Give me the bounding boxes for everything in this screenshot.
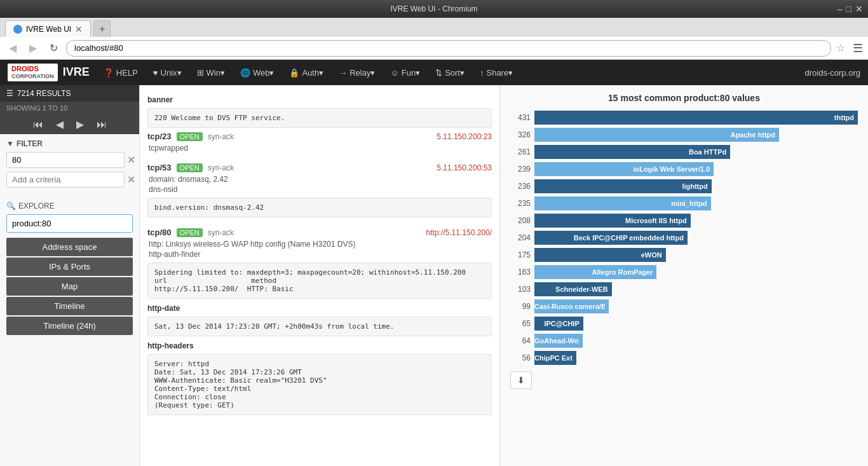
nav-sort-label: Sort▾ — [445, 68, 465, 78]
explore-buttons: Address space IPs & Ports Map Timeline T… — [6, 238, 133, 335]
pagination-controls: ⏮ ◀ ▶ ⏭ — [0, 114, 139, 134]
bar-row: 163Allegro RomPager — [510, 265, 858, 279]
bar-visual: IPC@CHIP — [534, 317, 858, 331]
download-chart-btn[interactable]: ⬇ — [510, 371, 532, 389]
bar-fill: Boa HTTPd — [534, 145, 730, 159]
bar-fill: lighttpd — [534, 179, 712, 193]
first-page-btn[interactable]: ⏮ — [29, 118, 47, 132]
timeline-24h-btn[interactable]: Timeline (24h) — [6, 317, 133, 335]
fun-icon: ☺ — [390, 68, 398, 78]
port-53-service: domain: dnsmasq, 2.42 — [149, 175, 492, 184]
bar-visual: Casi-Rusco camera/Bestelco VoIP phone ht… — [534, 299, 858, 313]
results-count-bar: ☰ 7214 RESULTS — [0, 85, 139, 102]
bar-fill: ioLogik Web Server/1.0 — [534, 162, 714, 176]
bookmark-star-icon[interactable]: ☆ — [836, 42, 845, 54]
map-btn[interactable]: Map — [6, 277, 133, 296]
nav-auth[interactable]: 🔒 Auth▾ — [283, 60, 330, 85]
port-23-section: tcp/23 OPEN syn-ack 5.11.150.200:23 tcpw… — [147, 132, 492, 153]
back-button[interactable]: ◀ — [5, 41, 20, 56]
nav-fun[interactable]: ☺ Fun▾ — [384, 60, 426, 85]
bar-row: 56ChipPC Extreme httpd — [510, 351, 858, 365]
prev-page-btn[interactable]: ◀ — [52, 117, 67, 132]
minimize-btn[interactable]: – — [837, 4, 843, 14]
address-input[interactable] — [66, 40, 831, 57]
bar-visual: mini_httpd — [534, 196, 858, 210]
results-count: 7214 RESULTS — [17, 89, 71, 98]
bar-count: 239 — [510, 165, 531, 174]
bar-fill: Beck IPC@CHIP embedded httpd — [534, 231, 688, 245]
heart-icon: ♥ — [153, 68, 158, 78]
nav-sort[interactable]: ⇅ Sort▾ — [429, 60, 471, 85]
add-criteria-input[interactable] — [6, 172, 125, 188]
nav-help[interactable]: ❓ HELP — [97, 60, 144, 85]
globe-icon: 🌐 — [240, 68, 250, 78]
explore-input[interactable] — [6, 214, 133, 233]
forward-button[interactable]: ▶ — [25, 41, 41, 56]
port-80-code2: Sat, 13 Dec 2014 17:23:20 GMT; +2h00m43s… — [147, 317, 492, 336]
nav-share[interactable]: ↑ Share▾ — [473, 60, 519, 85]
bar-row: 235mini_httpd — [510, 196, 858, 210]
chart-panel: 15 most common product:80 values 431thtt… — [499, 85, 868, 466]
filter-section: ▼ FILTER ✕ ✕ — [0, 134, 139, 196]
maximize-btn[interactable]: □ — [846, 4, 851, 14]
lock-icon: 🔒 — [289, 68, 299, 78]
banner-heading: banner — [147, 95, 492, 104]
timeline-btn[interactable]: Timeline — [6, 297, 133, 315]
browser-menu-button[interactable]: ☰ — [853, 41, 863, 55]
address-space-btn[interactable]: Address space — [6, 238, 133, 256]
ips-ports-btn[interactable]: IPs & Ports — [6, 257, 133, 276]
bars-container: 431thttpd326Apache httpd261Boa HTTPd239i… — [510, 111, 858, 365]
port-80-header: tcp/80 OPEN syn-ack http://5.11.150.200/ — [147, 228, 492, 237]
tab-close-btn[interactable]: ✕ — [75, 24, 83, 34]
chart-download-area: ⬇ — [510, 371, 858, 389]
windows-icon: ⊞ — [197, 68, 204, 78]
nav-win[interactable]: ⊞ Win▾ — [191, 60, 231, 85]
last-page-btn[interactable]: ⏭ — [93, 118, 111, 132]
bar-visual: Allegro RomPager — [534, 265, 858, 279]
main-content: ☰ 7214 RESULTS SHOWING 1 TO 10 ⏮ ◀ ▶ ⏭ ▼… — [0, 85, 868, 466]
nav-fun-label: Fun▾ — [402, 68, 420, 78]
logo-line2: CORPORATION — [11, 73, 54, 80]
new-tab-button[interactable]: + — [93, 20, 111, 37]
bar-fill: Apache httpd — [534, 128, 779, 142]
port-80-code1: Spidering limited to: maxdepth=3; maxpag… — [147, 263, 492, 299]
bar-visual: ChipPC Extreme httpd — [534, 351, 858, 365]
port-53-state: OPEN — [177, 163, 203, 172]
banner-code: 220 Welcome to DVS FTP service. — [147, 108, 492, 128]
nav-web[interactable]: 🌐 Web▾ — [234, 60, 281, 85]
window-controls[interactable]: – □ ✕ — [837, 4, 863, 14]
port-80-state: OPEN — [177, 228, 203, 237]
refresh-button[interactable]: ↻ — [46, 41, 61, 56]
bar-row: 204Beck IPC@CHIP embedded httpd — [510, 231, 858, 245]
filter-clear-btn[interactable]: ✕ — [127, 154, 135, 166]
bar-fill: mini_httpd — [534, 196, 711, 210]
bar-fill: thttpd — [534, 111, 858, 125]
nav-share-label: Share▾ — [486, 68, 513, 78]
bar-label: Microsoft IIS httpd — [625, 217, 687, 224]
port-53-ip[interactable]: 5.11.150.200:53 — [437, 163, 492, 172]
next-page-btn[interactable]: ▶ — [72, 117, 88, 132]
close-btn[interactable]: ✕ — [855, 4, 863, 14]
bar-label: lighttpd — [682, 182, 707, 190]
bar-label: Schneider-WEB — [555, 285, 608, 293]
bar-row: 431thttpd — [510, 111, 858, 125]
bar-row: 175eWON — [510, 248, 858, 262]
filter-input[interactable] — [6, 152, 125, 168]
add-criteria-clear-btn[interactable]: ✕ — [127, 174, 135, 186]
nav-relay[interactable]: → Relay▾ — [332, 60, 381, 85]
browser-tab-active[interactable]: IVRE Web UI ✕ — [5, 20, 91, 37]
port-80-ip[interactable]: http://5.11.150.200/ — [426, 228, 492, 237]
bar-count: 236 — [510, 182, 531, 191]
bar-row: 236lighttpd — [510, 179, 858, 193]
port-23-header: tcp/23 OPEN syn-ack 5.11.150.200:23 — [147, 132, 492, 141]
bar-visual: lighttpd — [534, 179, 858, 193]
bar-row: 103Schneider-WEB — [510, 282, 858, 296]
port-23-ip[interactable]: 5.11.150.200:23 — [437, 132, 492, 141]
bar-count: 175 — [510, 250, 531, 259]
bar-visual: thttpd — [534, 111, 858, 125]
bar-count: 208 — [510, 216, 531, 225]
nav-unix[interactable]: ♥ Unix▾ — [147, 60, 188, 85]
bar-label: Apache httpd — [731, 131, 775, 139]
bar-label: Casi-Rusco camera/Bestelco VoIP phone ht… — [534, 303, 605, 310]
sort-icon: ⇅ — [435, 68, 442, 78]
